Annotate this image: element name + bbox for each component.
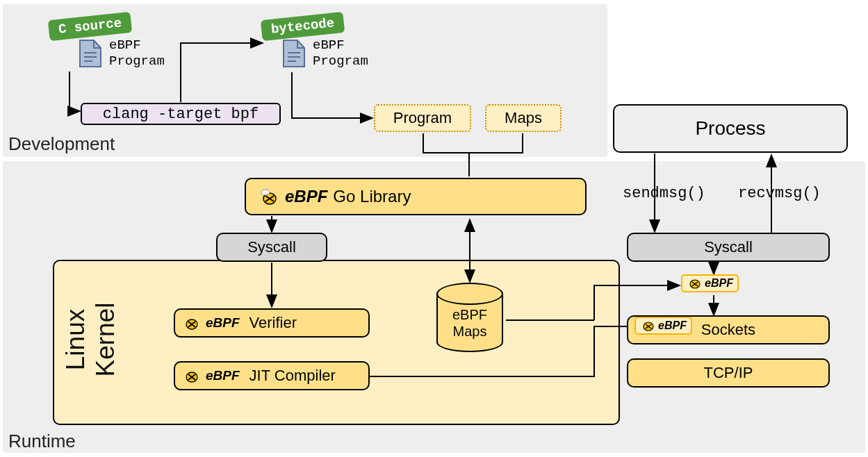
svg-point-9	[261, 190, 270, 195]
linux-kernel-title: Linux Kernel	[61, 260, 120, 419]
ebpf-logo-text: eBPF	[705, 277, 733, 290]
maps-box: Maps	[485, 104, 562, 132]
jit-box: eBPF JIT Compiler	[174, 361, 370, 390]
ebpf-logo-text: eBPF	[285, 187, 327, 206]
ebpf-hook-top: eBPF	[681, 274, 739, 292]
bytecode-file: eBPF Program	[282, 38, 368, 69]
ebpf-logo-text: eBPF	[658, 319, 687, 332]
sendmsg-label: sendmsg()	[623, 185, 705, 202]
diagram-stage: Development Runtime Linux Kernel	[0, 0, 868, 457]
verifier-box: eBPF Verifier	[174, 308, 370, 338]
ebpf-logo-text: eBPF	[206, 315, 240, 331]
file-icon	[79, 39, 102, 68]
go-library-box: eBPF Go Library	[245, 178, 587, 215]
linux-kernel-box	[53, 260, 620, 425]
syscall-left-box: Syscall	[216, 233, 327, 262]
bee-icon	[182, 368, 200, 383]
c-source-file: eBPF Program	[79, 38, 165, 69]
syscall-right-box: Syscall	[627, 233, 830, 262]
bee-icon	[687, 277, 702, 290]
clang-box: clang -target bpf	[81, 103, 281, 125]
bee-icon	[182, 315, 200, 331]
ebpf-logo-text: eBPF	[206, 368, 240, 383]
process-box: Process	[613, 104, 848, 153]
ebpf-maps-cylinder: eBPF Maps	[436, 283, 503, 352]
bee-icon	[259, 188, 279, 206]
development-label: Development	[8, 133, 115, 155]
ebpf-hook-sockets: eBPF	[634, 317, 692, 335]
c-source-text: eBPF Program	[109, 38, 165, 69]
program-box: Program	[374, 104, 471, 132]
tcpip-box: TCP/IP	[627, 358, 830, 388]
recvmsg-label: recvmsg()	[738, 185, 821, 202]
bytecode-text: eBPF Program	[313, 38, 368, 69]
file-icon	[282, 39, 306, 68]
runtime-label: Runtime	[8, 431, 76, 452]
bee-icon	[640, 319, 655, 332]
